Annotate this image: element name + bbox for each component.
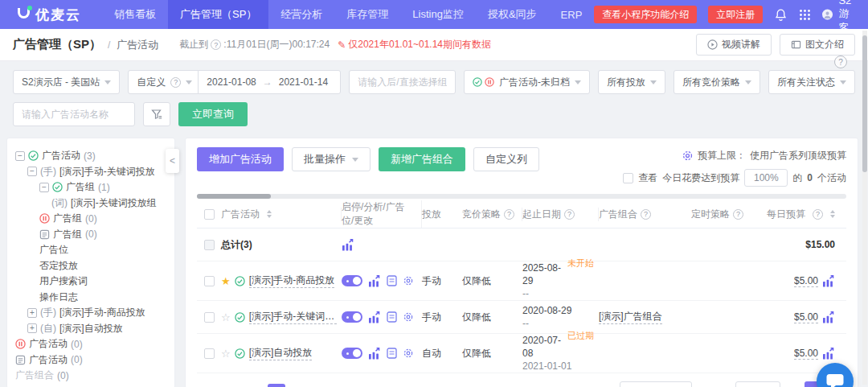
- tree-item-11[interactable]: +(自)[演示]自动投放: [14, 321, 168, 337]
- gear-icon[interactable]: [403, 348, 414, 359]
- nav-tab-6[interactable]: ERP: [549, 0, 595, 29]
- tree-item-5[interactable]: 广告组(0): [14, 227, 168, 243]
- user-menu[interactable]: S2游客: [822, 0, 858, 35]
- row-checkbox[interactable]: [204, 348, 215, 359]
- chart-trend-icon[interactable]: [822, 348, 835, 360]
- percent-input[interactable]: [745, 170, 787, 186]
- daily-budget-value[interactable]: $5.00: [794, 275, 818, 287]
- tree-expander-icon[interactable]: +: [27, 308, 37, 318]
- nav-tab-2[interactable]: 经营分析: [268, 0, 334, 29]
- budget-percent-input[interactable]: [744, 169, 788, 187]
- campaign-name-search[interactable]: [13, 102, 135, 126]
- page-1-button[interactable]: 1: [268, 384, 285, 387]
- tree-item-9[interactable]: 操作日志: [14, 290, 168, 306]
- watch-status-select[interactable]: 所有关注状态: [768, 70, 855, 94]
- star-icon[interactable]: ★: [221, 275, 231, 287]
- enable-toggle[interactable]: [342, 275, 362, 286]
- video-guide-button[interactable]: 视频讲解: [696, 34, 772, 56]
- campaign-state-select[interactable]: 广告活动-未归档: [464, 70, 590, 94]
- vertical-scrollbar[interactable]: [862, 31, 867, 385]
- nav-tab-1[interactable]: 广告管理（SP）: [168, 0, 268, 29]
- jump-page-input[interactable]: [735, 381, 780, 387]
- bidding-strategy-select[interactable]: 所有竞价策略: [674, 70, 760, 94]
- tree-collapse-button[interactable]: <: [166, 149, 179, 173]
- custom-columns-button[interactable]: 自定义列: [473, 147, 539, 171]
- star-icon[interactable]: ☆: [221, 311, 231, 323]
- info-icon[interactable]: ?: [733, 209, 743, 220]
- app-logo[interactable]: 优麦云: [0, 6, 102, 24]
- report-doc-icon[interactable]: [387, 348, 397, 359]
- nav-tab-5[interactable]: 授权&同步: [476, 0, 549, 29]
- report-doc-icon[interactable]: [387, 275, 397, 286]
- apps-grid-icon[interactable]: [799, 9, 811, 21]
- search-button[interactable]: 立即查询: [178, 102, 248, 126]
- chart-trend-icon[interactable]: [368, 348, 381, 360]
- nav-tab-0[interactable]: 销售看板: [102, 0, 168, 29]
- tree-item-13[interactable]: 广告活动(0): [14, 352, 168, 368]
- bell-icon[interactable]: [774, 8, 788, 22]
- info-icon[interactable]: ?: [641, 209, 651, 220]
- chart-trend-icon[interactable]: [368, 311, 381, 323]
- daily-budget-value[interactable]: $5.00: [794, 348, 818, 360]
- row-checkbox[interactable]: [204, 276, 215, 286]
- row-checkbox[interactable]: [204, 312, 215, 323]
- portfolio-input[interactable]: [358, 76, 447, 88]
- tree-item-14[interactable]: 广告组合(0): [14, 368, 168, 384]
- add-portfolio-button[interactable]: 新增广告组合: [379, 147, 465, 171]
- enable-toggle[interactable]: [342, 311, 362, 323]
- info-icon[interactable]: ?: [211, 39, 221, 50]
- sort-icon[interactable]: [267, 210, 272, 218]
- info-icon[interactable]: ?: [813, 209, 823, 220]
- horizontal-scrollbar[interactable]: [197, 194, 846, 199]
- report-doc-icon[interactable]: [387, 311, 397, 323]
- sort-icon[interactable]: [830, 210, 835, 218]
- breadcrumb-section[interactable]: 广告活动: [117, 38, 158, 52]
- gear-icon[interactable]: [682, 150, 694, 162]
- tree-item-8[interactable]: 用户搜索词: [14, 274, 168, 290]
- page-size-select[interactable]: 30条/页: [620, 381, 692, 387]
- tree-expander-icon[interactable]: −: [39, 183, 49, 192]
- chart-trend-icon[interactable]: [822, 275, 835, 287]
- gear-icon[interactable]: [403, 311, 414, 323]
- budget-cap-value[interactable]: 使用广告系列顶级预算: [750, 149, 846, 163]
- select-all-checkbox[interactable]: [204, 209, 215, 220]
- tree-item-12[interactable]: 广告活动(0): [14, 336, 168, 352]
- tree-item-7[interactable]: 否定投放: [14, 258, 168, 274]
- tree-item-2[interactable]: −广告组(1): [14, 179, 168, 196]
- targeting-select[interactable]: 所有投放: [598, 70, 665, 94]
- enable-toggle[interactable]: [342, 348, 362, 359]
- daily-budget-value[interactable]: $5.00: [794, 311, 818, 323]
- campaign-name-link[interactable]: [演示]手动-关键词投放: [249, 310, 337, 324]
- gear-icon[interactable]: [403, 275, 414, 286]
- tree-item-6[interactable]: 广告位: [14, 242, 168, 258]
- view-filter-checkbox[interactable]: [623, 173, 633, 183]
- tree-item-3[interactable]: (词)[演示]-关键词投放组: [14, 196, 168, 212]
- doc-guide-button[interactable]: 图文介绍: [780, 34, 855, 56]
- horizontal-scrollbar-thumb[interactable]: [197, 194, 271, 199]
- advanced-filter-button[interactable]: [143, 102, 170, 126]
- campaign-name-input[interactable]: [22, 109, 126, 120]
- tree-item-0[interactable]: −广告活动(3): [14, 148, 168, 164]
- nav-tab-3[interactable]: 库存管理: [334, 0, 400, 29]
- chart-trend-icon[interactable]: [368, 275, 381, 287]
- miniprogram-intro-button[interactable]: 查看小程序功能介绍: [594, 6, 697, 23]
- store-select[interactable]: S2演示店 - 美国站: [13, 70, 120, 94]
- portfolio-search-input[interactable]: [349, 70, 456, 94]
- vertical-scrollbar-thumb[interactable]: [862, 35, 867, 172]
- portfolio-link[interactable]: [演示]广告组合: [599, 310, 662, 324]
- tree-item-1[interactable]: −(手)[演示]手动-关键词投放: [14, 164, 168, 180]
- add-campaign-button[interactable]: 增加广告活动: [197, 147, 284, 171]
- nav-tab-4[interactable]: Listing监控: [400, 0, 476, 29]
- batch-operations-button[interactable]: 批量操作: [292, 147, 371, 171]
- tree-expander-icon[interactable]: +: [27, 323, 37, 333]
- campaign-name-link[interactable]: [演示]手动-商品投放: [249, 274, 335, 288]
- chart-trend-icon[interactable]: [822, 311, 835, 323]
- info-icon[interactable]: ?: [504, 209, 514, 220]
- chart-trend-icon[interactable]: [342, 239, 354, 251]
- tree-expander-icon[interactable]: −: [15, 151, 25, 161]
- help-icon[interactable]: ?: [834, 56, 847, 68]
- tree-item-4[interactable]: 广告组(0): [14, 211, 168, 227]
- tree-expander-icon[interactable]: −: [27, 167, 37, 176]
- info-icon[interactable]: ?: [564, 209, 575, 220]
- tree-item-10[interactable]: +(手)[演示]手动-商品投放: [14, 305, 168, 321]
